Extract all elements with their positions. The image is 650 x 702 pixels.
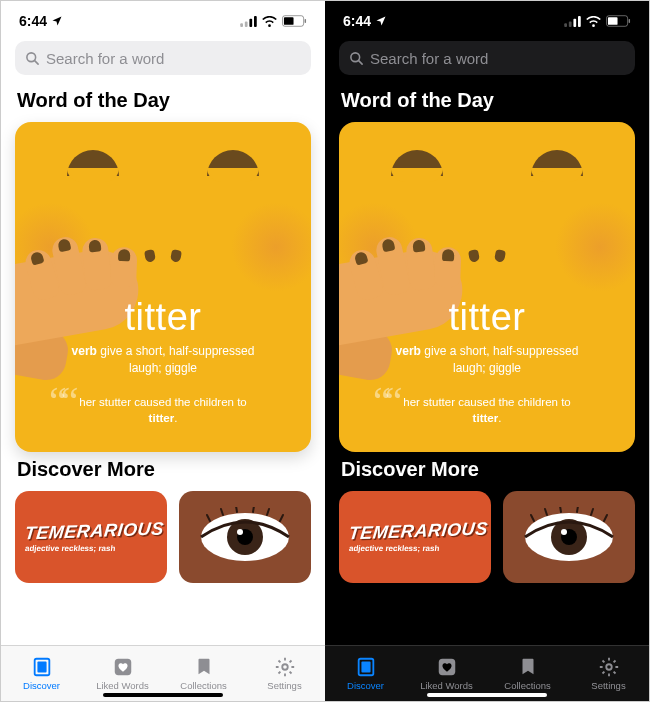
- svg-line-17: [267, 509, 269, 515]
- quote-icon: ““: [49, 390, 73, 414]
- battery-icon: [606, 15, 631, 27]
- svg-line-39: [577, 507, 578, 512]
- search-icon: [25, 51, 40, 66]
- discover-def: adjective reckless; rash: [349, 544, 482, 553]
- svg-point-12: [237, 529, 243, 535]
- discover-word: TEMERARIOUS: [24, 519, 159, 545]
- svg-rect-24: [569, 21, 572, 27]
- svg-point-45: [606, 664, 612, 670]
- wotd-heading: Word of the Day: [17, 89, 311, 112]
- tab-discover[interactable]: Discover: [1, 646, 82, 701]
- svg-rect-43: [361, 662, 370, 673]
- wifi-icon: [262, 16, 277, 27]
- tab-settings[interactable]: Settings: [568, 646, 649, 701]
- wotd-example: ““ her stutter caused the children to ti…: [365, 394, 609, 426]
- wotd-definition: verb give a short, half-suppressed laugh…: [41, 343, 285, 375]
- gear-icon: [597, 656, 621, 678]
- gear-icon: [273, 656, 297, 678]
- signal-icon: [564, 16, 581, 27]
- svg-line-14: [221, 509, 223, 515]
- svg-rect-5: [284, 17, 294, 25]
- discover-card-eye[interactable]: [503, 491, 635, 583]
- phone-dark: 6:44 Search for a word Word of the Day: [325, 1, 649, 701]
- svg-rect-1: [245, 21, 248, 27]
- search-input[interactable]: Search for a word: [15, 41, 311, 75]
- svg-line-18: [280, 515, 283, 521]
- wotd-heading: Word of the Day: [341, 89, 635, 112]
- quote-icon: ““: [373, 390, 397, 414]
- wotd-example: ““ her stutter caused the children to ti…: [41, 394, 285, 426]
- search-placeholder: Search for a word: [46, 50, 164, 67]
- status-time: 6:44: [19, 13, 47, 29]
- signal-icon: [240, 16, 257, 27]
- discover-card-eye[interactable]: [179, 491, 311, 583]
- home-indicator[interactable]: [427, 693, 547, 698]
- svg-line-40: [591, 509, 593, 515]
- svg-line-8: [34, 60, 38, 64]
- wifi-icon: [586, 16, 601, 27]
- discover-icon: [354, 656, 378, 678]
- tab-settings[interactable]: Settings: [244, 646, 325, 701]
- tab-discover[interactable]: Discover: [325, 646, 406, 701]
- wotd-word: titter: [41, 296, 285, 339]
- svg-line-13: [207, 515, 210, 521]
- eye-icon: [519, 507, 619, 567]
- home-indicator[interactable]: [103, 693, 223, 698]
- bookmark-icon: [192, 656, 216, 678]
- heart-icon: [435, 656, 459, 678]
- wotd-definition: verb give a short, half-suppressed laugh…: [365, 343, 609, 375]
- phone-light: 6:44 Search for a word Word of the Day: [1, 1, 325, 701]
- svg-line-36: [531, 515, 534, 521]
- search-icon: [349, 51, 364, 66]
- svg-line-38: [560, 507, 561, 512]
- svg-rect-2: [249, 18, 252, 26]
- svg-point-22: [282, 664, 288, 670]
- discover-word: TEMERARIOUS: [348, 519, 483, 545]
- location-arrow-icon: [375, 15, 387, 27]
- svg-rect-0: [240, 23, 243, 27]
- status-bar: 6:44: [1, 1, 325, 41]
- status-bar: 6:44: [325, 1, 649, 41]
- search-input[interactable]: Search for a word: [339, 41, 635, 75]
- search-placeholder: Search for a word: [370, 50, 488, 67]
- discover-heading: Discover More: [341, 458, 635, 481]
- svg-rect-6: [305, 19, 306, 23]
- svg-rect-26: [578, 16, 581, 27]
- battery-icon: [282, 15, 307, 27]
- discover-heading: Discover More: [17, 458, 311, 481]
- svg-line-41: [604, 515, 607, 521]
- discover-icon: [30, 656, 54, 678]
- svg-rect-3: [254, 16, 257, 27]
- svg-point-35: [561, 529, 567, 535]
- svg-line-15: [236, 507, 237, 512]
- svg-line-31: [358, 60, 362, 64]
- svg-line-37: [545, 509, 547, 515]
- heart-icon: [111, 656, 135, 678]
- svg-line-16: [253, 507, 254, 512]
- svg-rect-29: [629, 19, 630, 23]
- svg-rect-20: [37, 662, 46, 673]
- discover-card-temerarious[interactable]: TEMERARIOUS adjective reckless; rash: [15, 491, 167, 583]
- status-time: 6:44: [343, 13, 371, 29]
- wotd-card[interactable]: titter verb give a short, half-suppresse…: [339, 122, 635, 452]
- svg-rect-28: [608, 17, 618, 25]
- wotd-word: titter: [365, 296, 609, 339]
- svg-rect-23: [564, 23, 567, 27]
- bookmark-icon: [516, 656, 540, 678]
- wotd-card[interactable]: titter verb give a short, half-suppresse…: [15, 122, 311, 452]
- eye-icon: [195, 507, 295, 567]
- discover-def: adjective reckless; rash: [25, 544, 158, 553]
- location-arrow-icon: [51, 15, 63, 27]
- svg-rect-25: [573, 18, 576, 26]
- discover-card-temerarious[interactable]: TEMERARIOUS adjective reckless; rash: [339, 491, 491, 583]
